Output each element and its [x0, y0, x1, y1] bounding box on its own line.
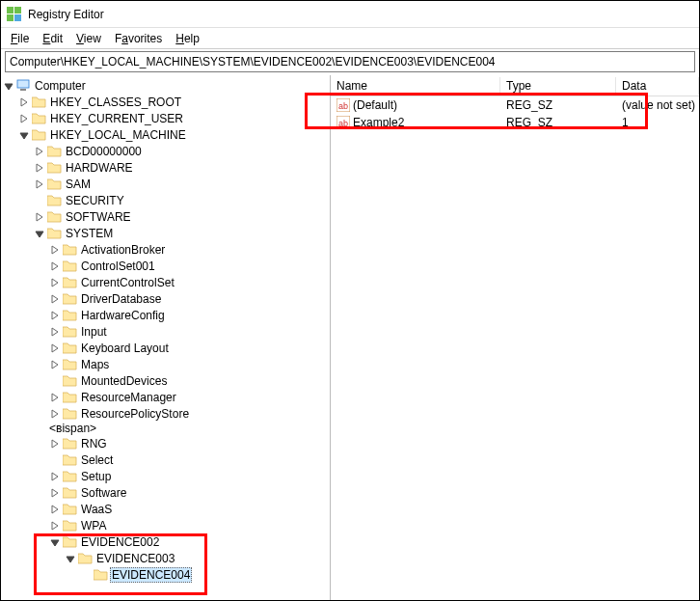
- chevron-right-icon[interactable]: [49, 293, 61, 305]
- folder-icon: [47, 178, 62, 190]
- menu-edit[interactable]: Edit: [37, 30, 68, 47]
- tree-item[interactable]: Select: [49, 451, 330, 468]
- tree-label: ResourcePolicyStore: [79, 407, 191, 421]
- tree-item[interactable]: SAM: [34, 176, 330, 192]
- menu-view[interactable]: View: [70, 30, 107, 47]
- chevron-right-icon[interactable]: [49, 244, 61, 256]
- tree-label: Keyboard Layout: [79, 341, 171, 355]
- chevron-right-icon[interactable]: [49, 359, 61, 370]
- chevron-right-icon[interactable]: [49, 408, 61, 420]
- chevron-right-icon[interactable]: [49, 504, 61, 515]
- tree-item[interactable]: Keyboard Layout: [49, 340, 330, 356]
- tree-item[interactable]: BCD00000000: [34, 143, 330, 159]
- tree-evidence004[interactable]: EVIDENCE004: [80, 566, 330, 583]
- value-row[interactable]: Example2 REG_SZ 1: [331, 114, 699, 131]
- chevron-right-icon[interactable]: [18, 96, 30, 108]
- tree-label: Input: [79, 325, 109, 339]
- tree-label: HKEY_CURRENT_USER: [48, 112, 185, 125]
- chevron-right-icon[interactable]: [34, 162, 45, 174]
- tree-item[interactable]: CurrentControlSet: [49, 274, 330, 290]
- tree-item[interactable]: WaaS: [49, 501, 330, 517]
- tree-item[interactable]: WPA: [49, 517, 330, 533]
- chevron-right-icon[interactable]: [34, 178, 45, 190]
- chevron-down-icon[interactable]: [49, 536, 61, 548]
- tree-label: SOFTWARE: [64, 210, 133, 224]
- regedit-icon: [7, 7, 22, 22]
- tree-item[interactable]: MountedDevices: [49, 372, 330, 389]
- chevron-right-icon[interactable]: [34, 146, 45, 157]
- tree-hkcr[interactable]: HKEY_CLASSES_ROOT: [18, 94, 330, 110]
- tree-label: ResourceManager: [79, 391, 178, 404]
- tree-label: Setup: [79, 470, 113, 483]
- col-header-data[interactable]: Data: [616, 77, 699, 95]
- tree-computer[interactable]: Computer: [3, 77, 330, 94]
- tree-evidence003[interactable]: EVIDENCE003: [65, 550, 330, 566]
- chevron-right-icon[interactable]: [49, 520, 61, 532]
- tree-item[interactable]: Software: [49, 484, 330, 501]
- tree-system[interactable]: SYSTEM: [34, 225, 330, 241]
- tree-item[interactable]: SECURITY: [34, 192, 330, 208]
- chevron-right-icon[interactable]: [49, 438, 61, 450]
- chevron-down-icon[interactable]: [3, 80, 14, 92]
- tree-item[interactable]: RNG: [49, 435, 330, 451]
- chevron-right-icon[interactable]: [49, 471, 61, 482]
- window-title: Registry Editor: [28, 8, 104, 21]
- tree-label: EVIDENCE002: [79, 535, 161, 549]
- tree-label: ControlSet001: [79, 260, 157, 273]
- folder-icon: [63, 243, 77, 256]
- folder-icon: [63, 453, 77, 466]
- tree-pane[interactable]: Computer HKEY_CLASSES_ROOT HKEY_CURRENT_…: [1, 75, 331, 600]
- col-header-type[interactable]: Type: [500, 77, 616, 95]
- values-pane[interactable]: Name Type Data (Default) REG_SZ (value n…: [331, 75, 699, 600]
- chevron-right-icon[interactable]: [49, 260, 61, 272]
- chevron-down-icon[interactable]: [65, 553, 76, 564]
- chevron-right-icon[interactable]: [18, 113, 30, 124]
- tree-evidence002[interactable]: EVIDENCE002: [49, 533, 330, 550]
- tree-item[interactable]: DriverDatabase: [49, 290, 330, 307]
- tree-label: SECURITY: [64, 194, 126, 207]
- chevron-right-icon[interactable]: [49, 487, 61, 499]
- tree-hklm[interactable]: HKEY_LOCAL_MACHINE: [18, 126, 330, 143]
- tree-hkcu[interactable]: HKEY_CURRENT_USER: [18, 110, 330, 126]
- tree-item[interactable]: ResourcePolicyStore: [49, 405, 330, 422]
- chevron-right-icon[interactable]: [34, 211, 45, 223]
- address-bar[interactable]: Computer\HKEY_LOCAL_MACHINE\SYSTEM\EVIDE…: [5, 51, 695, 72]
- tree-item[interactable]: HardwareConfig: [49, 307, 330, 323]
- address-text: Computer\HKEY_LOCAL_MACHINE\SYSTEM\EVIDE…: [10, 55, 496, 68]
- tree-label: Software: [79, 486, 128, 500]
- tree-item[interactable]: ControlSet001: [49, 258, 330, 274]
- chevron-right-icon[interactable]: [49, 342, 61, 354]
- chevron-right-icon[interactable]: [49, 392, 61, 403]
- tree-item[interactable]: ActivationBroker: [49, 241, 330, 258]
- folder-icon: [63, 292, 77, 305]
- folder-icon: [63, 407, 77, 420]
- value-row[interactable]: (Default) REG_SZ (value not set): [331, 96, 699, 114]
- folder-icon: [47, 227, 62, 239]
- tree-item[interactable]: Maps: [49, 356, 330, 372]
- chevron-right-icon[interactable]: [49, 326, 61, 338]
- folder-icon: [63, 374, 77, 387]
- chevron-right-icon[interactable]: [49, 310, 61, 321]
- chevron-right-icon[interactable]: [49, 277, 61, 288]
- menu-file[interactable]: File: [5, 30, 35, 47]
- tree-item[interactable]: ResourceManager: [49, 389, 330, 405]
- tree-label: Maps: [79, 358, 111, 371]
- tree-item[interactable]: HARDWARE: [34, 159, 330, 176]
- folder-icon: [63, 309, 77, 321]
- folder-icon: [78, 552, 93, 564]
- menu-favorites[interactable]: Favorites: [109, 30, 168, 47]
- chevron-down-icon[interactable]: [18, 129, 30, 141]
- tree-label: HardwareConfig: [79, 309, 167, 322]
- menu-help[interactable]: Help: [170, 30, 205, 47]
- chevron-down-icon[interactable]: [34, 228, 45, 239]
- tree-item[interactable]: Input: [49, 323, 330, 340]
- tree-label: RNG: [79, 437, 109, 451]
- value-data: (value not set): [616, 98, 699, 112]
- folder-icon: [32, 128, 46, 141]
- col-header-name[interactable]: Name: [331, 77, 500, 95]
- tree-label: HKEY_LOCAL_MACHINE: [48, 128, 188, 142]
- folder-icon: [63, 486, 77, 499]
- tree-item[interactable]: Setup: [49, 468, 330, 484]
- folder-icon: [63, 519, 77, 532]
- tree-item[interactable]: SOFTWARE: [34, 208, 330, 225]
